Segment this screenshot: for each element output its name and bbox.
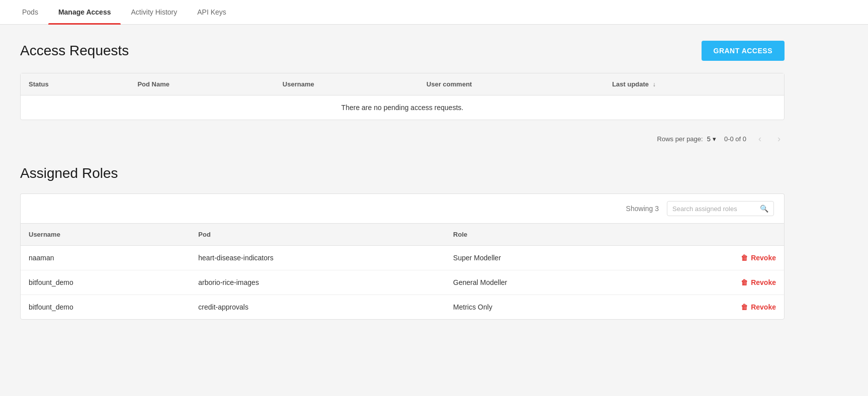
revoke-button[interactable]: 🗑 Revoke (741, 254, 776, 262)
access-requests-table: Status Pod Name Username User comment La… (21, 73, 784, 120)
revoke-label: Revoke (751, 254, 776, 262)
showing-label: Showing 3 (626, 205, 659, 213)
tabs-bar: Pods Manage Access Activity History API … (0, 0, 868, 25)
cell-username: bitfount_demo (21, 270, 190, 295)
chevron-down-icon: ▾ (713, 135, 716, 143)
cell-pod: credit-approvals (190, 295, 445, 320)
table-row: bitfount_demo arborio-rice-images Genera… (21, 270, 784, 295)
cell-revoke: 🗑 Revoke (641, 295, 784, 320)
trash-icon: 🗑 (741, 303, 748, 311)
revoke-label: Revoke (751, 278, 776, 286)
cell-role: Super Modeller (445, 246, 641, 270)
col-username: Username (275, 73, 418, 95)
tab-manage-access[interactable]: Manage Access (48, 0, 121, 24)
assigned-roles-table-container: Username Pod Role naaman heart-disease-i… (20, 223, 785, 320)
tab-activity-history[interactable]: Activity History (121, 0, 187, 24)
cell-pod: arborio-rice-images (190, 270, 445, 295)
col-last-update[interactable]: Last update ↓ (604, 73, 784, 95)
access-requests-table-container: Status Pod Name Username User comment La… (20, 73, 785, 120)
sort-icon: ↓ (653, 81, 656, 88)
cell-username: bitfount_demo (21, 295, 190, 320)
assigned-roles-toolbar: Showing 3 🔍 (20, 193, 785, 223)
assigned-roles-table: Username Pod Role naaman heart-disease-i… (21, 224, 784, 319)
prev-page-button[interactable]: ‹ (754, 132, 765, 145)
page-info: 0-0 of 0 (724, 135, 746, 143)
cell-revoke: 🗑 Revoke (641, 270, 784, 295)
rows-per-page-label: Rows per page: (657, 135, 703, 143)
search-icon: 🔍 (760, 205, 768, 213)
revoke-button[interactable]: 🗑 Revoke (741, 303, 776, 311)
trash-icon: 🗑 (741, 254, 748, 262)
col-username-assigned: Username (21, 224, 190, 246)
rows-per-page: Rows per page: 5 ▾ (657, 135, 716, 143)
empty-message: There are no pending access requests. (21, 95, 784, 120)
access-requests-header: Access Requests GRANT ACCESS (20, 41, 785, 61)
cell-revoke: 🗑 Revoke (641, 246, 784, 270)
col-status: Status (21, 73, 129, 95)
table-row: bitfount_demo credit-approvals Metrics O… (21, 295, 784, 320)
table-row: naaman heart-disease-indicators Super Mo… (21, 246, 784, 270)
assigned-table-header-row: Username Pod Role (21, 224, 784, 246)
trash-icon: 🗑 (741, 278, 748, 286)
tab-api-keys[interactable]: API Keys (187, 0, 236, 24)
revoke-label: Revoke (751, 303, 776, 311)
empty-row: There are no pending access requests. (21, 95, 784, 120)
assigned-roles-header: Assigned Roles (20, 165, 785, 181)
col-user-comment: User comment (418, 73, 604, 95)
col-pod-assigned: Pod (190, 224, 445, 246)
next-page-button[interactable]: › (773, 132, 785, 145)
main-content: Access Requests GRANT ACCESS Status Pod … (0, 25, 805, 336)
search-box[interactable]: 🔍 (667, 201, 774, 216)
rows-per-page-select[interactable]: 5 ▾ (707, 135, 716, 143)
pagination-bar: Rows per page: 5 ▾ 0-0 of 0 ‹ › (20, 128, 785, 149)
col-role-assigned: Role (445, 224, 641, 246)
cell-pod: heart-disease-indicators (190, 246, 445, 270)
table-header-row: Status Pod Name Username User comment La… (21, 73, 784, 95)
assigned-roles-section: Assigned Roles Showing 3 🔍 Username Pod … (20, 165, 785, 320)
grant-access-button[interactable]: GRANT ACCESS (702, 41, 785, 61)
cell-username: naaman (21, 246, 190, 270)
col-actions (641, 224, 784, 246)
cell-role: Metrics Only (445, 295, 641, 320)
search-assigned-roles-input[interactable] (672, 205, 757, 213)
col-pod-name: Pod Name (129, 73, 274, 95)
revoke-button[interactable]: 🗑 Revoke (741, 278, 776, 286)
access-requests-title: Access Requests (20, 43, 129, 59)
assigned-roles-title: Assigned Roles (20, 165, 118, 181)
rows-per-page-value: 5 (707, 135, 711, 143)
cell-role: General Modeller (445, 270, 641, 295)
tab-pods[interactable]: Pods (12, 0, 48, 24)
